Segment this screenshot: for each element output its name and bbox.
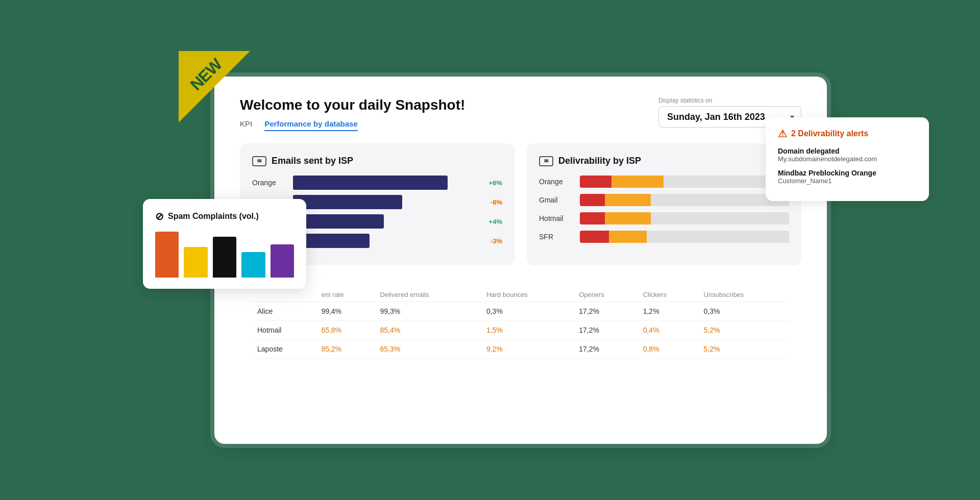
bar-track (293, 176, 475, 190)
td-ent-rate: 99,4% (316, 302, 375, 321)
bar-pct: -3% (480, 237, 502, 245)
table-body: Alice 99,4% 99,3% 0,3% 17,2% 1,2% 0,3% H… (252, 302, 789, 359)
deliv-seg-orange (605, 194, 651, 206)
deliv-bar-track (580, 194, 789, 206)
spam-bar (213, 237, 236, 278)
title-area: Welcome to your daily Snapshot! KPI Perf… (240, 97, 465, 131)
table-row: Hotmail 65,8% 85,4% 1,5% 17,2% 0,4% 5,2% (252, 321, 789, 340)
td-hard-bounces: 9,2% (481, 340, 574, 359)
col-db (252, 288, 316, 302)
col-delivered: Delivered emails (375, 288, 481, 302)
bar-fill (293, 195, 402, 209)
col-ent-rate: ent rate (316, 288, 375, 302)
spam-bar (155, 232, 179, 278)
deliv-bar-track (580, 231, 789, 243)
header-row: Welcome to your daily Snapshot! KPI Perf… (240, 97, 801, 131)
spam-icon: ⊘ (155, 210, 164, 222)
col-unsubs: Unsubscribes (699, 288, 789, 302)
td-clickers: 0,8% (638, 340, 699, 359)
bar-fill (293, 176, 448, 190)
spam-bar (184, 247, 207, 278)
content-grid: ✉ Emails sent by ISP Orange +6% Hotmail … (240, 143, 801, 369)
deliv-label: Gmail (539, 196, 575, 204)
bar-pct: +6% (480, 179, 502, 187)
col-clickers: Clickers (638, 288, 699, 302)
col-openers: Openers (574, 288, 638, 302)
isp-bar-row: Orange +6% (252, 176, 502, 190)
bar-track (293, 234, 475, 248)
deliv-seg-orange (611, 176, 664, 188)
td-ent-rate: 85,2% (316, 340, 375, 359)
td-unsubs: 0,3% (699, 302, 789, 321)
alert-triangle-icon: ⚠ (778, 128, 787, 140)
bar-track (293, 214, 475, 229)
alert-name: Domain delegated (778, 147, 917, 155)
deliv-bars: Orange Gmail Hotmail SFR (539, 176, 789, 243)
alerts-title: ⚠ 2 Delivrability alerts (778, 128, 917, 140)
col-hard-bounces: Hard bounces (481, 288, 574, 302)
td-openers: 17,2% (574, 340, 638, 359)
bar-fill (293, 214, 384, 229)
alerts-panel: ⚠ 2 Delivrability alerts Domain delegate… (766, 117, 929, 201)
td-unsubs: 5,2% (699, 321, 789, 340)
date-label: Display statistics on (658, 97, 712, 104)
alert-item: Mindbaz Preblocking Orange Customer_Name… (778, 169, 917, 185)
deliv-email-icon: ✉ (539, 156, 553, 166)
deliv-seg-red (580, 176, 611, 188)
performance-table: ent rate Delivered emails Hard bounces O… (252, 288, 789, 359)
td-ent-rate: 65,8% (316, 321, 375, 340)
td-delivered: 85,4% (375, 321, 481, 340)
deliv-seg-gray (651, 212, 789, 224)
td-delivered: 99,3% (375, 302, 481, 321)
spam-complaints-card: ⊘ Spam Complaints (vol.) (143, 199, 306, 289)
deliv-seg-orange (609, 231, 647, 243)
td-db: Alice (252, 302, 316, 321)
tab-performance-by-database[interactable]: Performance by database (264, 119, 358, 131)
deliv-bar-row: SFR (539, 231, 789, 243)
deliv-seg-red (580, 194, 605, 206)
td-hard-bounces: 1,5% (481, 321, 574, 340)
deliv-bar-track (580, 176, 789, 188)
deliverability-title: ✉ Delivrability by ISP (539, 156, 789, 166)
table-row: Laposte 85,2% 65,3% 9,2% 17,2% 0,8% 5,2% (252, 340, 789, 359)
td-clickers: 1,2% (638, 302, 699, 321)
td-delivered: 65,3% (375, 340, 481, 359)
td-db: Laposte (252, 340, 316, 359)
td-clickers: 0,4% (638, 321, 699, 340)
deliv-bar-row: Hotmail (539, 212, 789, 224)
deliv-label: Hotmail (539, 214, 575, 222)
performance-table-wrap: ent rate Delivered emails Hard bounces O… (240, 278, 801, 369)
alert-items-list: Domain delegated My.subdomainenotdelegat… (778, 147, 917, 185)
td-openers: 17,2% (574, 302, 638, 321)
alert-item: Domain delegated My.subdomainenotdelegat… (778, 147, 917, 163)
td-hard-bounces: 0,3% (481, 302, 574, 321)
email-icon: ✉ (252, 156, 266, 166)
deliv-seg-gray (647, 231, 789, 243)
spam-bars (155, 232, 294, 278)
table-row: Alice 99,4% 99,3% 0,3% 17,2% 1,2% 0,3% (252, 302, 789, 321)
tab-kpi[interactable]: KPI (240, 119, 252, 131)
page-title: Welcome to your daily Snapshot! (240, 97, 465, 113)
deliv-bar-row: Orange (539, 176, 789, 188)
deliv-seg-orange (605, 212, 651, 224)
emails-by-isp-title: ✉ Emails sent by ISP (252, 156, 502, 166)
td-db: Hotmail (252, 321, 316, 340)
deliv-seg-red (580, 212, 605, 224)
bar-track (293, 195, 475, 209)
bar-pct: +4% (480, 218, 502, 226)
deliv-bar-row: Gmail (539, 194, 789, 206)
spam-title: ⊘ Spam Complaints (vol.) (155, 210, 294, 222)
table-header-row: ent rate Delivered emails Hard bounces O… (252, 288, 789, 302)
main-card: Welcome to your daily Snapshot! KPI Perf… (214, 77, 827, 444)
tabs: KPI Performance by database (240, 119, 465, 131)
td-openers: 17,2% (574, 321, 638, 340)
bar-label: Orange (252, 179, 288, 187)
spam-bar (241, 252, 265, 278)
deliv-bar-track (580, 212, 789, 224)
alert-sub: My.subdomainenotdelegated.com (778, 155, 917, 163)
td-unsubs: 5,2% (699, 340, 789, 359)
bar-pct: -8% (480, 198, 502, 206)
spam-bar (271, 244, 294, 278)
alert-sub: Customer_Name1 (778, 177, 917, 185)
deliv-seg-red (580, 231, 609, 243)
